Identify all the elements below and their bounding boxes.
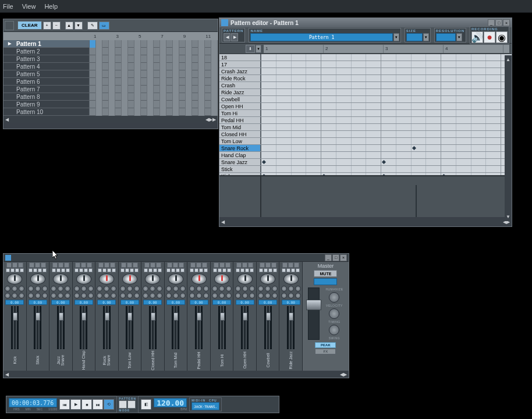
note-cell[interactable] xyxy=(412,138,427,144)
record-button[interactable]: ● xyxy=(484,31,495,43)
note-cell[interactable] xyxy=(486,138,501,144)
note-cell[interactable] xyxy=(412,54,427,61)
note-cell[interactable] xyxy=(336,54,352,61)
pattern-label[interactable]: Pattern 8 xyxy=(3,93,90,100)
song-cell[interactable] xyxy=(128,101,134,108)
note-cell[interactable] xyxy=(321,145,336,151)
ch-play-btn[interactable] xyxy=(6,262,12,268)
note-cell[interactable] xyxy=(381,166,396,172)
note-cell[interactable] xyxy=(486,131,501,137)
note-cell[interactable] xyxy=(276,75,292,81)
note-cell[interactable] xyxy=(276,159,292,165)
ch-solo-btn[interactable] xyxy=(156,262,161,268)
ch-play-btn[interactable] xyxy=(52,262,58,268)
note-cell[interactable] xyxy=(366,159,381,165)
note-cell[interactable] xyxy=(352,82,367,88)
ch-fx2-btn[interactable] xyxy=(171,268,175,272)
pattern-row[interactable]: Pattern 2 xyxy=(3,48,218,55)
send2-knob[interactable] xyxy=(265,286,271,292)
note-cell[interactable] xyxy=(336,145,352,151)
file-menu[interactable]: File xyxy=(3,3,13,10)
song-cell[interactable] xyxy=(109,40,115,48)
note-cell[interactable] xyxy=(276,124,292,130)
note-cell[interactable] xyxy=(276,117,292,123)
song-cell[interactable] xyxy=(147,86,154,93)
note-cell[interactable] xyxy=(486,124,501,130)
note-cell[interactable] xyxy=(366,89,381,95)
song-cell[interactable] xyxy=(141,55,147,63)
note-cell[interactable] xyxy=(352,131,367,137)
song-cell[interactable] xyxy=(179,70,186,78)
ch-fx1-btn[interactable] xyxy=(6,268,10,272)
song-cell[interactable] xyxy=(198,93,205,101)
song-cell[interactable] xyxy=(122,78,128,86)
fader-handle[interactable] xyxy=(59,313,63,321)
jack-transport[interactable]: JACK·TRANS. xyxy=(191,402,219,410)
send6-knob[interactable] xyxy=(180,293,186,299)
note-cell[interactable] xyxy=(336,138,352,144)
note-cell[interactable] xyxy=(276,138,292,144)
song-cell[interactable] xyxy=(198,55,205,63)
pattern-label[interactable]: Pattern 10 xyxy=(3,108,90,115)
note-cell[interactable] xyxy=(426,131,441,137)
note-cell[interactable] xyxy=(412,61,427,68)
minimize-button[interactable]: _ xyxy=(488,19,495,26)
send5-knob[interactable] xyxy=(35,293,41,299)
note-cell[interactable] xyxy=(471,166,487,172)
pattern-label[interactable]: Pattern 9 xyxy=(3,101,90,108)
ch-play-btn[interactable] xyxy=(121,262,126,268)
song-cell[interactable] xyxy=(179,101,186,108)
song-cell[interactable] xyxy=(186,108,192,116)
instrument-row[interactable]: Ride Jazz xyxy=(219,89,512,96)
pattern-label[interactable]: Pattern 5 xyxy=(3,70,90,77)
pattern-grid[interactable]: 1817Crash JazzRide RockCrashRide JazzCow… xyxy=(219,54,512,175)
song-cell[interactable] xyxy=(166,55,173,63)
note-cell[interactable] xyxy=(412,166,427,172)
song-cell[interactable] xyxy=(122,108,128,116)
pan-knob[interactable] xyxy=(214,274,229,285)
note-cell[interactable] xyxy=(441,117,456,123)
mixer-scroll-right-icon[interactable]: ◀▶ xyxy=(340,372,347,377)
pan-knob[interactable] xyxy=(122,274,137,285)
note-cell[interactable] xyxy=(292,138,307,144)
note-cell[interactable] xyxy=(306,166,321,172)
ch-fx4-btn[interactable] xyxy=(66,268,70,272)
song-cell[interactable] xyxy=(96,101,102,108)
send3-knob[interactable] xyxy=(295,286,301,292)
mode-song-btn[interactable] xyxy=(119,400,127,409)
note-cell[interactable] xyxy=(366,166,381,172)
send3-knob[interactable] xyxy=(42,286,48,292)
note-cell[interactable] xyxy=(366,138,381,144)
note-cell[interactable] xyxy=(426,61,441,68)
note-cell[interactable] xyxy=(426,145,441,151)
song-cell[interactable] xyxy=(90,93,96,101)
ch-solo-btn[interactable] xyxy=(64,262,69,268)
stop-button[interactable]: ■ xyxy=(81,399,92,410)
song-cell[interactable] xyxy=(90,70,96,78)
ch-fx3-btn[interactable] xyxy=(176,268,180,272)
note-cell[interactable] xyxy=(381,61,396,68)
note-cell[interactable] xyxy=(321,110,336,116)
send4-knob[interactable] xyxy=(166,293,172,299)
note-cell[interactable] xyxy=(471,82,487,88)
note-cell[interactable] xyxy=(321,61,336,68)
note-cell[interactable] xyxy=(276,96,292,102)
send2-knob[interactable] xyxy=(35,286,41,292)
song-select-btn[interactable]: ▭ xyxy=(99,22,109,30)
song-cell[interactable] xyxy=(192,78,198,86)
pattern-row[interactable]: Pattern 3 xyxy=(3,55,218,63)
song-cell[interactable] xyxy=(166,48,173,55)
instrument-row[interactable]: 18 xyxy=(219,54,512,61)
note-cell[interactable] xyxy=(276,82,292,88)
instrument-label[interactable]: Snare Rock xyxy=(219,145,261,151)
pattern-label[interactable]: Pattern 3 xyxy=(3,55,90,62)
view-menu[interactable]: View xyxy=(22,3,36,10)
send3-knob[interactable] xyxy=(134,286,140,292)
instrument-label[interactable]: Ride Rock xyxy=(219,75,261,81)
send4-knob[interactable] xyxy=(212,293,218,299)
note-cell[interactable] xyxy=(336,124,352,130)
note-cell[interactable] xyxy=(381,75,396,81)
send6-knob[interactable] xyxy=(249,293,255,299)
ch-solo-btn[interactable] xyxy=(87,262,92,268)
note-cell[interactable] xyxy=(352,145,367,151)
